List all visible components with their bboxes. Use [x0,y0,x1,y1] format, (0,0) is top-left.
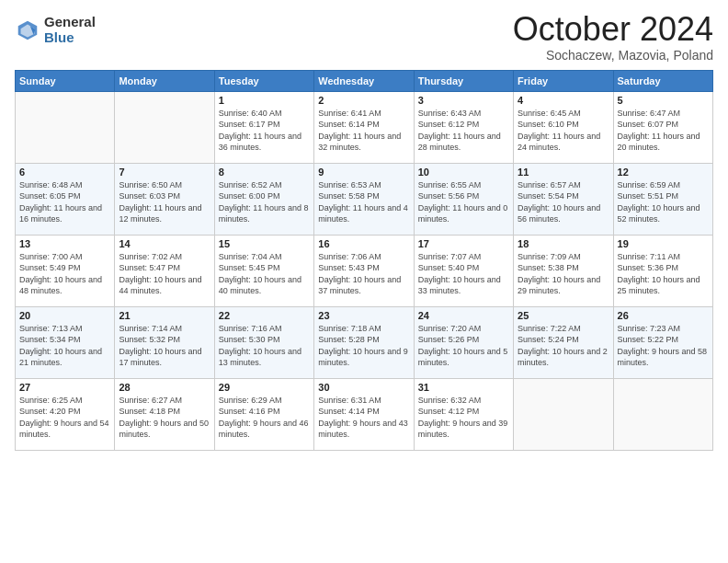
calendar-cell [613,378,712,450]
col-thursday: Thursday [414,70,513,91]
calendar-cell: 28 Sunrise: 6:27 AMSunset: 4:18 PMDaylig… [115,378,214,450]
day-number: 28 [119,382,210,393]
day-info: Sunrise: 7:16 AMSunset: 5:30 PMDaylight:… [219,324,301,368]
day-number: 13 [19,238,110,249]
day-info: Sunrise: 6:52 AMSunset: 6:00 PMDaylight:… [219,180,309,224]
calendar-cell: 20 Sunrise: 7:13 AMSunset: 5:34 PMDaylig… [16,306,115,378]
day-info: Sunrise: 6:53 AMSunset: 5:58 PMDaylight:… [318,180,408,224]
calendar-cell: 8 Sunrise: 6:52 AMSunset: 6:00 PMDayligh… [214,163,313,235]
logo-text: General Blue [44,15,96,45]
day-info: Sunrise: 6:25 AMSunset: 4:20 PMDaylight:… [19,396,109,440]
calendar-table: Sunday Monday Tuesday Wednesday Thursday… [15,70,713,451]
day-number: 2 [318,95,409,106]
logo-general: General [44,15,96,30]
calendar-cell [115,91,214,163]
calendar-cell: 4 Sunrise: 6:45 AMSunset: 6:10 PMDayligh… [514,91,613,163]
calendar-cell: 17 Sunrise: 7:07 AMSunset: 5:40 PMDaylig… [414,235,513,306]
day-info: Sunrise: 6:43 AMSunset: 6:12 PMDaylight:… [418,109,501,153]
calendar-cell: 22 Sunrise: 7:16 AMSunset: 5:30 PMDaylig… [214,306,313,378]
calendar-cell: 5 Sunrise: 6:47 AMSunset: 6:07 PMDayligh… [613,91,712,163]
col-sunday: Sunday [16,70,115,91]
day-number: 20 [19,310,110,321]
calendar-week-3: 13 Sunrise: 7:00 AMSunset: 5:49 PMDaylig… [16,235,713,306]
day-number: 27 [19,382,110,393]
day-info: Sunrise: 6:45 AMSunset: 6:10 PMDaylight:… [518,109,600,153]
day-info: Sunrise: 7:14 AMSunset: 5:32 PMDaylight:… [119,324,201,368]
day-number: 29 [219,382,310,393]
day-number: 22 [219,310,310,321]
day-number: 30 [318,382,409,393]
day-info: Sunrise: 7:00 AMSunset: 5:49 PMDaylight:… [19,252,102,296]
calendar-cell: 27 Sunrise: 6:25 AMSunset: 4:20 PMDaylig… [16,378,115,450]
day-number: 5 [618,95,709,106]
calendar-cell [514,378,613,450]
day-info: Sunrise: 6:29 AMSunset: 4:16 PMDaylight:… [219,396,309,440]
day-number: 16 [318,238,409,249]
calendar-cell: 3 Sunrise: 6:43 AMSunset: 6:12 PMDayligh… [414,91,513,163]
calendar-week-1: 1 Sunrise: 6:40 AMSunset: 6:17 PMDayligh… [16,91,713,163]
day-info: Sunrise: 6:59 AMSunset: 5:51 PMDaylight:… [618,180,700,224]
calendar-cell: 14 Sunrise: 7:02 AMSunset: 5:47 PMDaylig… [115,235,214,306]
day-info: Sunrise: 7:02 AMSunset: 5:47 PMDaylight:… [119,252,201,296]
day-info: Sunrise: 6:47 AMSunset: 6:07 PMDaylight:… [618,109,700,153]
day-number: 31 [418,382,509,393]
col-tuesday: Tuesday [214,70,313,91]
calendar-cell: 6 Sunrise: 6:48 AMSunset: 6:05 PMDayligh… [16,163,115,235]
day-info: Sunrise: 6:48 AMSunset: 6:05 PMDaylight:… [19,180,102,224]
day-number: 6 [19,167,110,178]
calendar-cell: 1 Sunrise: 6:40 AMSunset: 6:17 PMDayligh… [214,91,313,163]
calendar-cell: 15 Sunrise: 7:04 AMSunset: 5:45 PMDaylig… [214,235,313,306]
logo-icon [15,17,40,43]
calendar-cell: 10 Sunrise: 6:55 AMSunset: 5:56 PMDaylig… [414,163,513,235]
calendar-cell: 29 Sunrise: 6:29 AMSunset: 4:16 PMDaylig… [214,378,313,450]
calendar-cell: 18 Sunrise: 7:09 AMSunset: 5:38 PMDaylig… [514,235,613,306]
day-info: Sunrise: 6:57 AMSunset: 5:54 PMDaylight:… [518,180,600,224]
col-monday: Monday [115,70,214,91]
day-info: Sunrise: 6:41 AMSunset: 6:14 PMDaylight:… [318,109,401,153]
day-number: 21 [119,310,210,321]
day-number: 24 [418,310,509,321]
day-number: 17 [418,238,509,249]
logo-blue: Blue [44,30,96,46]
calendar-cell: 26 Sunrise: 7:23 AMSunset: 5:22 PMDaylig… [613,306,712,378]
calendar-week-2: 6 Sunrise: 6:48 AMSunset: 6:05 PMDayligh… [16,163,713,235]
calendar-cell: 13 Sunrise: 7:00 AMSunset: 5:49 PMDaylig… [16,235,115,306]
day-info: Sunrise: 6:50 AMSunset: 6:03 PMDaylight:… [119,180,201,224]
title-section: October 2024 Sochaczew, Mazovia, Poland [513,11,713,63]
month-title: October 2024 [513,11,713,48]
day-number: 26 [618,310,709,321]
day-number: 11 [518,167,609,178]
day-number: 8 [219,167,310,178]
day-number: 23 [318,310,409,321]
calendar-cell: 7 Sunrise: 6:50 AMSunset: 6:03 PMDayligh… [115,163,214,235]
col-friday: Friday [514,70,613,91]
calendar-cell: 23 Sunrise: 7:18 AMSunset: 5:28 PMDaylig… [314,306,414,378]
day-info: Sunrise: 7:04 AMSunset: 5:45 PMDaylight:… [219,252,301,296]
day-info: Sunrise: 7:23 AMSunset: 5:22 PMDaylight:… [618,324,708,368]
day-info: Sunrise: 7:20 AMSunset: 5:26 PMDaylight:… [418,324,508,368]
day-info: Sunrise: 6:40 AMSunset: 6:17 PMDaylight:… [219,109,301,153]
day-number: 4 [518,95,609,106]
day-number: 1 [219,95,310,106]
day-info: Sunrise: 7:07 AMSunset: 5:40 PMDaylight:… [418,252,501,296]
calendar-cell: 30 Sunrise: 6:31 AMSunset: 4:14 PMDaylig… [314,378,414,450]
day-number: 9 [318,167,409,178]
day-info: Sunrise: 7:22 AMSunset: 5:24 PMDaylight:… [518,324,608,368]
day-info: Sunrise: 7:11 AMSunset: 5:36 PMDaylight:… [618,252,700,296]
day-number: 12 [618,167,709,178]
day-number: 3 [418,95,509,106]
calendar-week-4: 20 Sunrise: 7:13 AMSunset: 5:34 PMDaylig… [16,306,713,378]
day-info: Sunrise: 7:09 AMSunset: 5:38 PMDaylight:… [518,252,600,296]
calendar-cell: 12 Sunrise: 6:59 AMSunset: 5:51 PMDaylig… [613,163,712,235]
header: General Blue October 2024 Sochaczew, Maz… [15,11,713,63]
header-row: Sunday Monday Tuesday Wednesday Thursday… [16,70,713,91]
day-info: Sunrise: 6:31 AMSunset: 4:14 PMDaylight:… [318,396,408,440]
day-number: 15 [219,238,310,249]
calendar-cell: 2 Sunrise: 6:41 AMSunset: 6:14 PMDayligh… [314,91,414,163]
day-number: 10 [418,167,509,178]
calendar-cell: 25 Sunrise: 7:22 AMSunset: 5:24 PMDaylig… [514,306,613,378]
logo: General Blue [15,15,96,45]
day-info: Sunrise: 7:06 AMSunset: 5:43 PMDaylight:… [318,252,401,296]
calendar-week-5: 27 Sunrise: 6:25 AMSunset: 4:20 PMDaylig… [16,378,713,450]
location: Sochaczew, Mazovia, Poland [513,48,713,63]
